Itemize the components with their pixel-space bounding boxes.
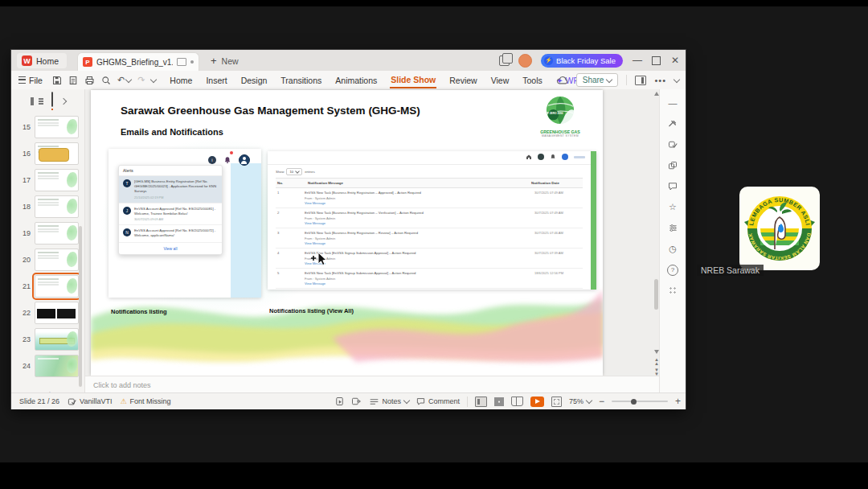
close-button[interactable]: ✕ [669,55,681,66]
slide-view-tab[interactable] [51,92,53,110]
user-avatar-icon [239,154,250,166]
slide-canvas[interactable]: Sarawak Greenhouse Gas Management System… [91,90,603,376]
proofing-language[interactable]: VanillaVTI [68,397,112,406]
view-message-link: View Message [305,241,531,245]
wps-logo-icon: W [22,55,32,66]
caption-left[interactable]: Notifications listing [111,308,167,315]
zoom-slider[interactable] [612,401,668,402]
cloud-sync-icon[interactable] [557,76,568,84]
save-icon[interactable] [52,76,62,85]
thumbnail-number: 24 [11,362,31,370]
font-missing-warning[interactable]: ⚠ Font Missing [120,397,170,405]
new-tab-button[interactable]: + New [211,53,239,68]
home-icon [526,154,532,160]
collapse-panel-icon[interactable] [59,98,66,105]
menu-item-slide-show[interactable]: Slide Show [390,72,436,88]
alert-avatar: T [123,179,131,187]
slide-thumbnail-15[interactable]: 15 [11,113,84,140]
menu-item-animations[interactable]: Animations [334,73,378,88]
tab-wps-home[interactable]: W Home [17,53,67,68]
more-options-icon[interactable]: ••• [654,76,666,85]
chevron-down-icon [606,76,612,82]
promo-button[interactable]: ⚡ Black Friday Sale [541,54,623,68]
alert-text: EnVSS Account Approved [Ref No. ES/2025/… [134,207,218,216]
proofing-icon[interactable] [668,139,678,150]
slide-indicator[interactable]: Slide 21 / 26 [19,397,59,405]
task-pane-icon[interactable] [635,76,646,85]
slide-thumbnail-21[interactable]: 21 [11,273,84,299]
menu-item-transitions[interactable]: Transitions [280,73,322,88]
slideshow-play-button[interactable] [530,397,544,407]
slide-thumbnail-17[interactable]: 17 [11,166,84,193]
thumbnail-scrollbar[interactable] [79,226,82,387]
tab-document[interactable]: P GHGMS_Briefing_v1.pptx [77,52,199,71]
zoom-out-button[interactable]: − [599,396,604,407]
view-all-link: View all [119,243,222,254]
letterbox-bottom [0,462,868,489]
help-icon[interactable]: ? [667,265,678,275]
menu-item-home[interactable]: Home [169,73,193,88]
minimize-button[interactable]: — [632,55,643,66]
undo-button[interactable]: ↶ [117,75,131,85]
settings-sliders-icon[interactable] [669,223,678,233]
zoom-in-button[interactable]: + [675,396,681,407]
screenshot-notifications-table: Show 10 entries No. Notification Message… [268,151,596,290]
normal-view-button[interactable] [475,397,487,407]
quickbar-more-icon[interactable] [150,76,157,82]
thumbnail-preview [35,302,79,324]
slide-title[interactable]: Sarawak Greenhouse Gas Management System… [121,105,420,117]
file-menu-button[interactable]: File [18,76,43,85]
zoom-slider-handle[interactable] [631,399,637,405]
menu-item-insert[interactable]: Insert [205,73,227,88]
slide-thumbnail-19[interactable]: 19 [11,220,84,246]
comment-button[interactable]: Comment [416,397,460,405]
outline-view-icon[interactable] [31,97,43,105]
slide-thumbnail-20[interactable]: 20 [11,246,84,273]
collapse-ribbon-icon[interactable] [674,76,680,82]
apps-grid-icon[interactable] [669,286,678,296]
menu-item-view[interactable]: View [490,73,510,88]
participant-video-tile[interactable]: LEMBAGA SUMBER ASLI DAN ALAM SEKITAR SAR… [739,187,820,273]
thumbnail-number: 22 [11,309,31,317]
collapse-rail-icon[interactable]: — [669,97,678,108]
history-icon[interactable]: ◷ [669,244,677,254]
table-row: 5EnVSS New Task [EnVSS Signup Submission… [276,269,583,289]
slide-subtitle[interactable]: Emails and Notifications [121,127,223,137]
shapes-icon[interactable] [668,160,678,171]
tools-icon[interactable] [668,118,678,129]
present-from-start-icon[interactable] [335,397,344,406]
export-pdf-icon[interactable] [68,76,78,85]
star-icon[interactable]: ☆ [669,202,677,212]
fit-slide-button[interactable] [551,397,562,407]
restore-button[interactable] [652,56,661,65]
tab-list-icon[interactable] [499,55,510,66]
share-button[interactable]: Share [576,73,619,87]
thumbnail-number: 16 [11,150,31,158]
account-avatar[interactable] [518,54,532,68]
menu-item-review[interactable]: Review [448,73,477,88]
redo-button[interactable]: ↷ [137,75,145,85]
menu-item-tools[interactable]: Tools [522,73,543,88]
slide-thumbnail-18[interactable]: 18 [11,193,84,220]
page-background [231,163,261,298]
slide-thumbnail-16[interactable]: 16 [11,140,84,166]
present-settings-icon[interactable] [351,397,361,406]
share-label: Share [583,76,604,84]
caption-right[interactable]: Notifications listing (View All) [269,307,354,314]
menu-item-design[interactable]: Design [240,73,268,88]
notes-bar[interactable]: Click to add notes [85,376,659,393]
slide-thumbnail-24[interactable]: 24 [11,352,84,379]
slide-thumbnail-22[interactable]: 22 [11,299,84,326]
info-icon: i [208,156,216,164]
thumbnail-preview [35,116,79,138]
find-replace-icon[interactable] [101,76,111,85]
slide-sorter-button[interactable] [494,397,504,406]
notes-toggle[interactable]: Notes [370,397,409,405]
scrollbar-thumb[interactable] [654,279,658,310]
unsaved-dot-icon [190,60,194,64]
print-icon[interactable] [84,76,95,85]
comment-icon[interactable] [668,181,678,191]
slide-thumbnail-23[interactable]: 23 [11,326,84,352]
reading-view-button[interactable] [511,397,523,406]
zoom-level[interactable]: 75% [569,397,592,405]
